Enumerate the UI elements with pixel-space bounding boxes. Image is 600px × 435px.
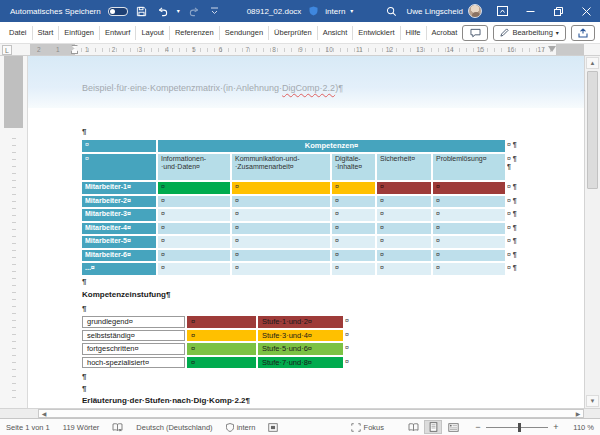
autosave-toggle[interactable]	[108, 7, 128, 16]
empty-rating-cell[interactable]: ¤	[232, 223, 330, 235]
level-color-darkred[interactable]: ¤	[187, 316, 256, 328]
macro-recording-icon[interactable]	[268, 423, 278, 432]
tab-start[interactable]: Start	[33, 26, 60, 40]
empty-rating-cell[interactable]: ¤	[433, 196, 505, 208]
level-label-fortgeschritten[interactable]: fortgeschritten¤	[82, 343, 185, 355]
tab-acrobat[interactable]: Acrobat	[427, 26, 463, 40]
empty-rating-cell[interactable]: ¤	[158, 236, 230, 248]
empty-rating-cell[interactable]: ¤	[433, 223, 505, 235]
column-header-sicherheit[interactable]: Sicherheit¤	[377, 154, 431, 180]
tab-entwurf[interactable]: Entwurf	[100, 26, 136, 40]
word-count[interactable]: 119 Wörter	[63, 423, 100, 432]
row-label-weitere[interactable]: ...¤	[82, 263, 156, 275]
empty-rating-cell[interactable]: ¤	[433, 250, 505, 262]
zoom-slider[interactable]	[486, 427, 548, 428]
level-range-stufe-3-4[interactable]: Stufe·3·und·4¤	[258, 330, 343, 342]
scroll-left-icon[interactable]: ◀	[39, 410, 49, 417]
search-icon[interactable]	[377, 0, 407, 22]
tab-referenzen[interactable]: Referenzen	[170, 26, 220, 40]
empty-rating-cell[interactable]: ¤	[377, 250, 431, 262]
column-header-kommunikation[interactable]: Kommunikation-und-·Zusammenarbeit¤	[232, 154, 330, 180]
tab-einfuegen[interactable]: Einfügen	[59, 26, 100, 40]
column-header-problemloesung[interactable]: Problemlösung¤	[433, 154, 505, 180]
empty-rating-cell[interactable]: ¤	[433, 263, 505, 275]
user-avatar[interactable]	[468, 4, 482, 18]
sensitivity-shield-icon[interactable]	[306, 4, 320, 18]
minimize-button[interactable]	[516, 0, 544, 22]
empty-rating-cell[interactable]: ¤	[232, 250, 330, 262]
vertical-scrollbar-thumb[interactable]	[587, 71, 598, 189]
empty-rating-cell[interactable]: ¤	[158, 223, 230, 235]
level-label-selbststaendig[interactable]: selbstständig¤	[82, 330, 185, 342]
row-label-mitarbeiter-5[interactable]: Mitarbeiter-5¤	[82, 236, 156, 248]
horizontal-scrollbar[interactable]: ◀ ▶	[0, 408, 600, 418]
zoom-slider-thumb[interactable]	[518, 423, 521, 432]
read-mode-button[interactable]	[404, 420, 422, 434]
vertical-ruler[interactable]	[0, 56, 28, 408]
empty-rating-cell[interactable]: ¤	[377, 223, 431, 235]
row-label-mitarbeiter-2[interactable]: Mitarbeiter-2¤	[82, 196, 156, 208]
sensitivity-caret-icon[interactable]: ▾	[350, 8, 353, 14]
empty-rating-cell[interactable]: ¤	[232, 263, 330, 275]
empty-rating-cell[interactable]: ¤	[377, 209, 431, 221]
competence-matrix-table[interactable]: ¤ Kompetenzen¤ ¤ ¶ ¤ Informationen-·und·…	[82, 140, 533, 275]
empty-rating-cell[interactable]: ¤	[232, 236, 330, 248]
undo-icon[interactable]	[156, 4, 170, 18]
zoom-level[interactable]: 110 %	[562, 423, 594, 432]
empty-rating-cell[interactable]: ¤	[232, 196, 330, 208]
rating-cell-darkred[interactable]: ¤	[433, 182, 505, 194]
empty-rating-cell[interactable]: ¤	[377, 236, 431, 248]
row-label-mitarbeiter-1[interactable]: Mitarbeiter-1¤	[82, 182, 156, 194]
horizontal-ruler[interactable]: L 2 1 1234567891011121314151617	[0, 44, 600, 56]
tab-ansicht[interactable]: Ansicht	[318, 26, 354, 40]
empty-rating-cell[interactable]: ¤	[377, 196, 431, 208]
tab-datei[interactable]: Datei	[4, 26, 33, 40]
rating-cell-yellow[interactable]: ¤	[332, 182, 375, 194]
empty-rating-cell[interactable]: ¤	[158, 196, 230, 208]
editing-mode-button[interactable]: Bearbeitung ▾	[493, 25, 565, 41]
user-name[interactable]: Uwe Lingscheid	[407, 7, 463, 16]
empty-rating-cell[interactable]: ¤	[433, 209, 505, 221]
focus-mode-button[interactable]: Fokus	[351, 423, 384, 432]
print-layout-button[interactable]	[424, 420, 442, 434]
empty-rating-cell[interactable]: ¤	[332, 236, 375, 248]
tab-entwickler[interactable]: Entwicklert	[353, 26, 400, 40]
language-selector[interactable]: Deutsch (Deutschland)	[136, 423, 212, 432]
table-cell[interactable]: ¤	[82, 154, 156, 180]
proofing-icon[interactable]	[112, 423, 123, 432]
rating-cell-darkred[interactable]: ¤	[377, 182, 431, 194]
comments-button[interactable]	[462, 25, 488, 41]
zoom-out-button[interactable]: −	[472, 422, 484, 432]
level-color-lightgreen[interactable]: ¤	[187, 343, 256, 355]
column-header-digitale-inhalte[interactable]: Digitale-·Inhalte¤	[332, 154, 375, 180]
empty-rating-cell[interactable]: ¤	[158, 209, 230, 221]
tab-hilfe[interactable]: Hilfe	[401, 26, 427, 40]
tab-sendungen[interactable]: Sendungen	[220, 26, 269, 40]
table-header-kompetenzen[interactable]: Kompetenzen¤	[158, 140, 505, 152]
restore-button[interactable]	[544, 0, 572, 22]
scroll-up-icon[interactable]: ▲	[586, 57, 599, 69]
empty-rating-cell[interactable]: ¤	[232, 209, 330, 221]
document-page[interactable]: Beispiel·für·eine·Kompetenzmatrix·(in·An…	[28, 56, 584, 408]
rating-cell-green[interactable]: ¤	[158, 182, 230, 194]
zoom-in-button[interactable]: +	[550, 422, 562, 432]
empty-rating-cell[interactable]: ¤	[332, 263, 375, 275]
sensitivity-label[interactable]: intern	[325, 7, 345, 16]
page-count[interactable]: Seite 1 von 1	[6, 423, 50, 432]
level-label-hoch-spezialisiert[interactable]: hoch-spezialisiert¤	[82, 357, 185, 369]
scroll-right-icon[interactable]: ▶	[573, 410, 583, 417]
empty-rating-cell[interactable]: ¤	[332, 250, 375, 262]
empty-rating-cell[interactable]: ¤	[332, 196, 375, 208]
tab-stop-selector[interactable]: L	[2, 45, 12, 55]
web-layout-button[interactable]	[444, 420, 462, 434]
ribbon-display-options-icon[interactable]	[488, 0, 516, 22]
indent-marker-right[interactable]	[548, 46, 556, 52]
customize-toolbar-icon[interactable]	[208, 4, 222, 18]
column-header-informationen[interactable]: Informationen-·und·Daten¤	[158, 154, 230, 180]
level-label-grundlegend[interactable]: grundlegend¤	[82, 316, 185, 328]
undo-dropdown-caret[interactable]: ▾	[177, 8, 180, 14]
empty-rating-cell[interactable]: ¤	[158, 263, 230, 275]
horizontal-scrollbar-track[interactable]	[38, 409, 584, 418]
document-heading[interactable]: Beispiel·für·eine·Kompetenzmatrix·(in·An…	[82, 83, 343, 93]
tab-ueberpruefen[interactable]: Überprüfen	[269, 26, 318, 40]
